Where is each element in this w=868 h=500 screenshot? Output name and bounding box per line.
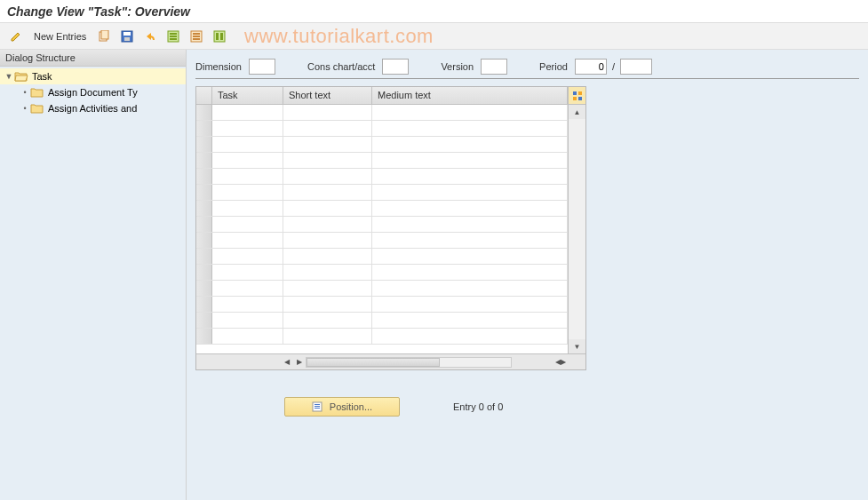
position-button[interactable]: Position...	[284, 397, 400, 417]
save-icon[interactable]	[118, 28, 136, 45]
cell-short[interactable]	[283, 105, 372, 120]
scroll-right-end-icon[interactable]: ▶	[561, 354, 566, 369]
new-entries-button[interactable]: New Entries	[30, 29, 90, 44]
cell-task[interactable]	[212, 153, 283, 168]
tree-item-assign-doc[interactable]: • Assign Document Ty	[0, 84, 186, 100]
table-row[interactable]	[196, 265, 568, 281]
cell-task[interactable]	[212, 169, 283, 184]
cell-task[interactable]	[212, 233, 283, 248]
cell-task[interactable]	[212, 105, 283, 120]
col-header-medium[interactable]: Medium text	[372, 87, 568, 104]
cell-task[interactable]	[212, 121, 283, 136]
grid-config-icon[interactable]	[568, 87, 585, 104]
scroll-track-h[interactable]	[306, 357, 512, 368]
cell-medium[interactable]	[372, 281, 568, 296]
cell-medium[interactable]	[372, 169, 568, 184]
table-row[interactable]	[196, 233, 568, 249]
cell-medium[interactable]	[372, 297, 568, 312]
table-row[interactable]	[196, 153, 568, 169]
scroll-up-icon[interactable]: ▲	[569, 105, 585, 119]
table-row[interactable]	[196, 249, 568, 265]
cell-short[interactable]	[283, 265, 372, 280]
table-row[interactable]	[196, 121, 568, 137]
edit-icon[interactable]	[7, 28, 25, 45]
cell-short[interactable]	[283, 185, 372, 200]
scroll-down-icon[interactable]: ▼	[569, 339, 585, 353]
row-handle[interactable]	[196, 137, 212, 152]
table-row[interactable]	[196, 217, 568, 233]
undo-icon[interactable]	[141, 28, 159, 45]
scroll-track-v[interactable]	[569, 119, 585, 339]
cell-task[interactable]	[212, 217, 283, 232]
cell-short[interactable]	[283, 329, 372, 344]
cell-task[interactable]	[212, 201, 283, 216]
cell-task[interactable]	[212, 281, 283, 296]
row-handle[interactable]	[196, 329, 212, 344]
expand-icon[interactable]	[211, 28, 228, 45]
copy-icon[interactable]	[95, 28, 113, 45]
cell-short[interactable]	[283, 249, 372, 264]
cell-medium[interactable]	[372, 233, 568, 248]
cell-medium[interactable]	[372, 329, 568, 344]
row-handle[interactable]	[196, 105, 212, 120]
version-input[interactable]	[481, 59, 507, 75]
cell-task[interactable]	[212, 185, 283, 200]
cell-medium[interactable]	[372, 249, 568, 264]
cell-medium[interactable]	[372, 185, 568, 200]
row-handle[interactable]	[196, 201, 212, 216]
cell-medium[interactable]	[372, 105, 568, 120]
cell-short[interactable]	[283, 153, 372, 168]
cell-short[interactable]	[283, 217, 372, 232]
table-row[interactable]	[196, 281, 568, 297]
tree-collapse-icon[interactable]: ▼	[4, 72, 14, 81]
tree-item-task[interactable]: ▼ Task	[0, 68, 186, 84]
cons-chart-input[interactable]	[382, 59, 409, 75]
row-handle[interactable]	[196, 249, 212, 264]
cell-medium[interactable]	[372, 313, 568, 328]
cell-medium[interactable]	[372, 265, 568, 280]
tree-item-assign-act[interactable]: • Assign Activities and	[0, 100, 186, 116]
row-handle[interactable]	[196, 313, 212, 328]
row-handle[interactable]	[196, 297, 212, 312]
cell-short[interactable]	[283, 121, 372, 136]
col-header-task[interactable]: Task	[212, 87, 283, 104]
table-row[interactable]	[196, 329, 568, 345]
cell-medium[interactable]	[372, 137, 568, 152]
scroll-left-icon[interactable]: ◀	[281, 356, 293, 369]
cell-short[interactable]	[283, 233, 372, 248]
table-row[interactable]	[196, 313, 568, 329]
cell-short[interactable]	[283, 137, 372, 152]
row-handle[interactable]	[196, 281, 212, 296]
period-input-2[interactable]	[620, 59, 652, 75]
cell-short[interactable]	[283, 169, 372, 184]
dimension-input[interactable]	[249, 59, 275, 75]
row-handle[interactable]	[196, 121, 212, 136]
scroll-thumb-h[interactable]	[307, 358, 440, 367]
row-handle[interactable]	[196, 217, 212, 232]
cell-short[interactable]	[283, 281, 372, 296]
cell-medium[interactable]	[372, 153, 568, 168]
cell-medium[interactable]	[372, 201, 568, 216]
cell-short[interactable]	[283, 297, 372, 312]
cell-task[interactable]	[212, 313, 283, 328]
table-row[interactable]	[196, 201, 568, 217]
col-header-short[interactable]: Short text	[283, 87, 372, 104]
cell-task[interactable]	[212, 249, 283, 264]
table-row[interactable]	[196, 185, 568, 201]
row-handle[interactable]	[196, 153, 212, 168]
cell-task[interactable]	[212, 297, 283, 312]
select-all-icon[interactable]	[164, 28, 182, 45]
cell-task[interactable]	[212, 137, 283, 152]
cell-task[interactable]	[212, 265, 283, 280]
cell-short[interactable]	[283, 313, 372, 328]
grid-corner[interactable]	[196, 87, 212, 104]
cell-medium[interactable]	[372, 121, 568, 136]
table-row[interactable]	[196, 137, 568, 153]
row-handle[interactable]	[196, 169, 212, 184]
cell-short[interactable]	[283, 201, 372, 216]
scroll-right-step-icon[interactable]: ▶	[293, 356, 306, 369]
vertical-scrollbar[interactable]: ▲ ▼	[568, 105, 585, 353]
period-input-1[interactable]	[575, 59, 607, 75]
row-handle[interactable]	[196, 265, 212, 280]
cell-task[interactable]	[212, 329, 283, 344]
